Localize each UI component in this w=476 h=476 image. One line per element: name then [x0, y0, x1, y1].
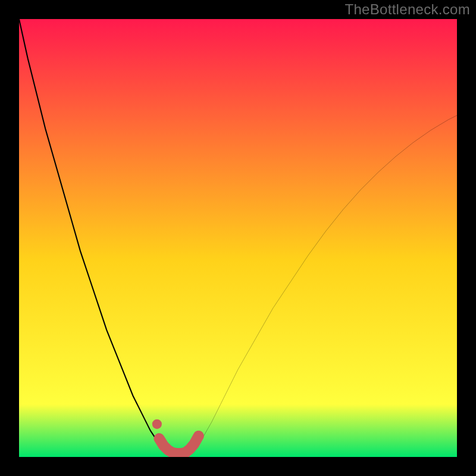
gradient-background: [19, 19, 457, 457]
watermark-text: TheBottleneck.com: [345, 1, 470, 18]
chart-frame: TheBottleneck.com: [0, 0, 476, 476]
bottleneck-chart: [19, 19, 457, 457]
marker-dot: [152, 419, 162, 429]
